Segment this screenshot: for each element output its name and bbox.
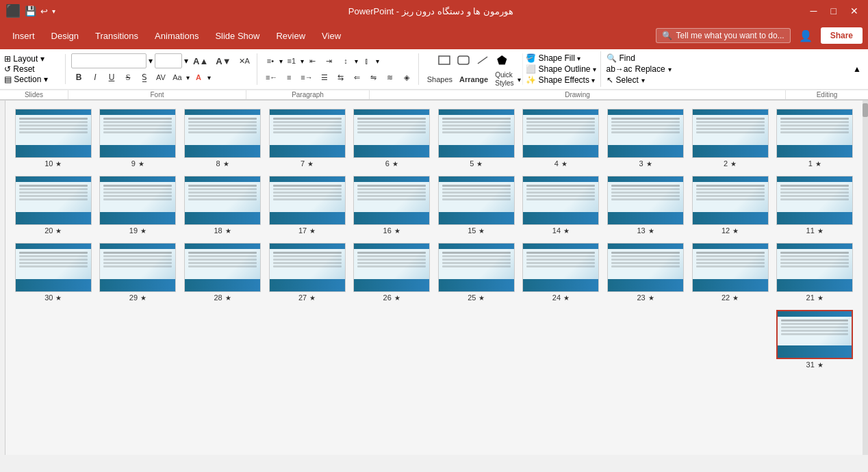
scrollbar[interactable] [863,101,868,455]
increase-font-button[interactable]: A▲ [190,53,211,68]
slide-star-27[interactable]: ★ [309,294,316,302]
slide-item-5[interactable]: ★5 [435,107,518,169]
slides-container[interactable]: ★1★2★3★4★5★6★7★8★9★10★11★12★13★14★15★16★… [5,101,863,455]
menu-design[interactable]: Design [44,27,86,45]
clear-format-button[interactable]: ✕A [236,53,253,68]
slide-star-15[interactable]: ★ [478,227,485,235]
slide-item-4[interactable]: ★4 [520,107,602,169]
font-size-input[interactable] [155,53,182,68]
underline-button[interactable]: U [104,70,119,85]
strikethrough-button[interactable]: S [120,70,136,85]
slide-star-11[interactable]: ★ [817,227,824,235]
slide-item-31[interactable]: ★31 [774,309,856,370]
slide-star-24[interactable]: ★ [563,294,570,302]
slide-star-17[interactable]: ★ [309,227,316,235]
slide-item-8[interactable]: ★8 [181,107,264,169]
slide-item-13[interactable]: ★13 [604,174,687,236]
slide-item-9[interactable]: ★9 [97,107,179,169]
quick-access-undo[interactable]: ↩ [40,6,48,16]
minimize-button[interactable]: ─ [806,4,821,18]
menu-review[interactable]: Review [269,27,312,45]
reset-button[interactable]: ↺ Reset [4,64,61,74]
shapes-button[interactable]: Shapes [424,72,455,87]
bullet-list-button[interactable]: ≡• [263,53,278,68]
smartart-button[interactable]: ◈ [399,70,414,85]
slide-star-19[interactable]: ★ [140,227,146,235]
align-center-button[interactable]: ≡ [281,70,296,85]
align-right-button[interactable]: ≡→ [298,70,315,85]
justify-button[interactable]: ☰ [317,70,332,85]
slide-item-17[interactable]: ★17 [266,174,348,236]
slide-item-26[interactable]: ★26 [350,241,433,303]
slide-star-12[interactable]: ★ [732,227,739,235]
font-color-dropdown[interactable]: ▾ [207,74,211,81]
increase-indent-button[interactable]: ⇥ [322,53,337,68]
font-color-button[interactable]: A [191,70,206,85]
slide-star-6[interactable]: ★ [392,160,398,168]
slide-star-18[interactable]: ★ [225,227,231,235]
slide-star-23[interactable]: ★ [648,294,654,302]
slide-star-29[interactable]: ★ [140,294,146,302]
slide-item-20[interactable]: ★20 [12,174,94,236]
bullet-dropdown[interactable]: ▾ [279,57,283,65]
replace-dropdown[interactable]: ▾ [668,66,672,73]
text-case-button[interactable]: Aa [170,70,185,85]
slide-item-15[interactable]: ★15 [435,174,518,236]
slide-item-7[interactable]: ★7 [266,107,348,169]
menu-view[interactable]: View [315,27,348,45]
quick-styles-dropdown[interactable]: ▾ [518,76,521,83]
shape-rect[interactable] [435,51,453,69]
slide-star-22[interactable]: ★ [732,294,739,302]
slide-item-14[interactable]: ★14 [520,174,602,236]
shape-line[interactable] [474,51,492,69]
shape-outline-dropdown[interactable]: ▾ [593,66,596,73]
slide-item-30[interactable]: ★30 [12,241,94,303]
bold-button[interactable]: B [71,70,86,85]
line-spacing-button[interactable]: ↕ [338,53,353,68]
arrange-button[interactable]: Arrange [457,72,491,87]
quick-access-save[interactable]: 💾 [25,5,36,16]
select-dropdown[interactable]: ▾ [641,77,645,84]
slide-star-28[interactable]: ★ [225,294,231,302]
slide-item-16[interactable]: ★16 [350,174,433,236]
slide-star-20[interactable]: ★ [55,227,62,235]
find-button[interactable]: 🔍 Find [607,53,672,63]
share-button[interactable]: Share [821,27,863,44]
slide-item-22[interactable]: ★22 [689,241,771,303]
slide-item-18[interactable]: ★18 [181,174,264,236]
account-icon[interactable]: 👤 [799,29,813,42]
font-size-dropdown[interactable]: ▾ [184,56,188,66]
select-button[interactable]: ↖ Select ▾ [607,75,672,85]
layout-button[interactable]: ⊞ Layout ▾ [4,54,61,64]
decrease-font-button[interactable]: A▼ [213,53,233,68]
text-direction-button[interactable]: ⇆ [333,70,348,85]
shape-effects-button[interactable]: ✨ Shape Effects ▾ [526,75,596,85]
maximize-button[interactable]: □ [827,4,841,18]
slide-star-31[interactable]: ★ [817,361,824,369]
replace-button[interactable]: ab→ac Replace ▾ [607,64,672,74]
slide-star-7[interactable]: ★ [307,160,314,168]
align-left-button[interactable]: ≡← [263,70,280,85]
slide-item-28[interactable]: ★28 [181,241,264,303]
slide-item-23[interactable]: ★23 [604,241,687,303]
slide-star-4[interactable]: ★ [561,160,567,168]
slide-star-25[interactable]: ★ [478,294,485,302]
slide-item-12[interactable]: ★12 [689,174,771,236]
quick-styles-button[interactable]: QuickStyles [492,72,516,87]
shape-outline-button[interactable]: ⬜ Shape Outline ▾ [526,64,596,74]
slide-item-19[interactable]: ★19 [97,174,179,236]
slide-star-3[interactable]: ★ [646,160,652,168]
menu-insert[interactable]: Insert [5,27,42,45]
line-spacing-dropdown[interactable]: ▾ [355,57,358,65]
menu-slideshow[interactable]: Slide Show [208,27,266,45]
slide-star-21[interactable]: ★ [817,294,824,302]
slide-item-2[interactable]: ★2 [689,107,771,169]
slide-item-3[interactable]: ★3 [604,107,687,169]
slide-star-5[interactable]: ★ [476,160,483,168]
numbered-list-button[interactable]: ≡1 [284,53,299,68]
menu-animations[interactable]: Animations [148,27,205,45]
slide-star-10[interactable]: ★ [55,160,62,168]
slide-item-25[interactable]: ★25 [435,241,518,303]
convert-text-button[interactable]: ≋ [383,70,398,85]
slide-star-13[interactable]: ★ [648,227,654,235]
